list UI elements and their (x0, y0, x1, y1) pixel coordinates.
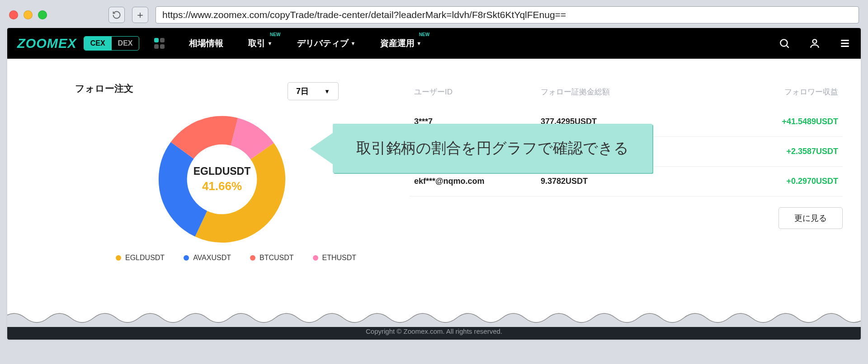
legend-dot-icon (250, 255, 255, 261)
legend-item: ETHUSDT (313, 254, 357, 262)
legend-item: AVAXUSDT (184, 254, 231, 262)
new-badge: NEW (419, 32, 429, 37)
nav-assets[interactable]: 資産運用▼NEW (380, 37, 421, 49)
logo[interactable]: ZOOMEX (17, 36, 77, 51)
wave-cutoff (7, 309, 861, 327)
callout-tail-icon (310, 132, 334, 165)
app-frame: ZOOMEX CEX DEX 相場情報 取引▼NEW デリバティブ▼ 資産運用▼… (7, 28, 861, 340)
chevron-down-icon: ▼ (267, 41, 272, 46)
nav-trade[interactable]: 取引▼NEW (248, 37, 272, 49)
new-tab-button[interactable]: ＋ (132, 7, 148, 23)
legend-dot-icon (184, 255, 189, 261)
cex-dex-toggle[interactable]: CEX DEX (84, 36, 140, 51)
nav-market[interactable]: 相場情報 (189, 37, 223, 49)
col-amount: フォロー証拠金総額 (541, 87, 667, 97)
reload-button[interactable] (108, 7, 125, 23)
traffic-lights (9, 10, 47, 19)
donut-center-label: EGLDUSDT (193, 165, 251, 177)
svg-point-1 (813, 39, 817, 43)
toggle-dex[interactable]: DEX (112, 37, 139, 50)
maximize-window-icon[interactable] (38, 10, 47, 19)
donut-chart: EGLDUSDT 41.66% (156, 114, 288, 245)
top-nav: ZOOMEX CEX DEX 相場情報 取引▼NEW デリバティブ▼ 資産運用▼… (7, 28, 861, 59)
close-window-icon[interactable] (9, 10, 18, 19)
period-value: 7日 (296, 86, 309, 97)
col-profit: フォロワー収益 (667, 87, 838, 97)
chevron-down-icon: ▼ (416, 41, 421, 46)
chart-legend: EGLDUSDT AVAXUSDT BTCUSDT ETHUSDT (116, 254, 382, 262)
svg-point-0 (780, 39, 787, 46)
search-icon[interactable] (778, 37, 790, 49)
period-select[interactable]: 7日 ▼ (288, 82, 339, 100)
donut-center: EGLDUSDT 41.66% (193, 165, 251, 193)
legend-dot-icon (116, 255, 121, 261)
legend-dot-icon (313, 255, 318, 261)
col-user: ユーザーID (414, 87, 541, 97)
content: フォロー注文 7日 ▼ EGLDUSDT 41.66% EGLDUSDT (7, 59, 861, 262)
menu-icon[interactable] (839, 37, 851, 49)
user-icon[interactable] (809, 37, 821, 49)
apps-icon[interactable] (154, 38, 165, 49)
table-header: ユーザーID フォロー証拠金総額 フォロワー収益 (410, 82, 843, 107)
legend-item: EGLDUSDT (116, 254, 165, 262)
callout-annotation: 取引銘柄の割合を円グラフで確認できる (333, 124, 652, 173)
new-badge: NEW (270, 32, 280, 37)
legend-item: BTCUSDT (250, 254, 294, 262)
toggle-cex[interactable]: CEX (84, 37, 112, 50)
browser-chrome: ＋ https://www.zoomex.com/copyTrade/trade… (0, 0, 868, 28)
donut-center-value: 41.66% (193, 179, 251, 193)
minimize-window-icon[interactable] (24, 10, 33, 19)
nav-derivatives[interactable]: デリバティブ▼ (297, 37, 355, 49)
url-bar[interactable]: https://www.zoomex.com/copyTrade/trade-c… (156, 6, 859, 23)
chevron-down-icon: ▼ (350, 41, 355, 46)
chevron-down-icon: ▼ (324, 88, 330, 95)
more-button[interactable]: 更に見る (778, 207, 843, 229)
